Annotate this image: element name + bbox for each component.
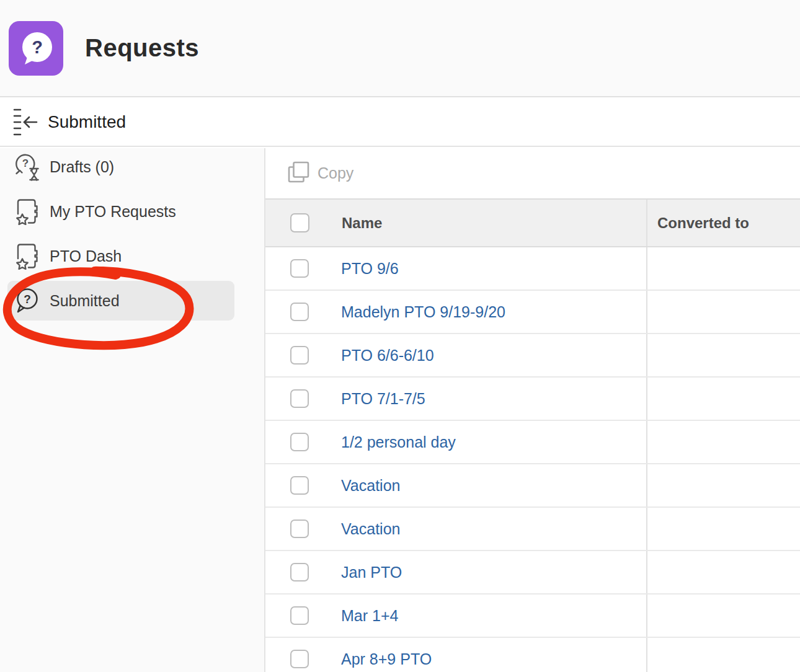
- column-header-converted-to: Converted to: [657, 214, 749, 232]
- table-row: Vacation: [265, 508, 800, 551]
- request-name-link[interactable]: PTO 7/1-7/5: [341, 390, 425, 408]
- sidebar-item-label: My PTO Requests: [50, 203, 176, 221]
- request-name-link[interactable]: Jan PTO: [341, 564, 402, 581]
- request-name-link[interactable]: Madelyn PTO 9/19-9/20: [341, 303, 505, 321]
- table-row: PTO 7/1-7/5: [265, 378, 800, 421]
- request-name-link[interactable]: Apr 8+9 PTO: [341, 650, 432, 668]
- row-checkbox[interactable]: [290, 563, 309, 581]
- table-row: PTO 9/6: [265, 247, 800, 291]
- sidebar-item-label: Submitted: [50, 292, 120, 310]
- row-checkbox[interactable]: [290, 476, 309, 495]
- sidebar-item-label: Drafts (0): [50, 158, 114, 176]
- request-name-link[interactable]: 1/2 personal day: [341, 433, 456, 451]
- sidebar-item-pto-dash[interactable]: PTO Dash: [0, 234, 264, 278]
- svg-text:?: ?: [32, 37, 43, 57]
- page-title: Requests: [85, 34, 199, 62]
- report-icon: [14, 197, 41, 226]
- copy-button[interactable]: Copy: [287, 161, 353, 185]
- row-checkbox[interactable]: [290, 259, 309, 278]
- subheader: Submitted: [0, 99, 800, 147]
- row-checkbox[interactable]: [290, 346, 309, 365]
- collapse-panel-icon[interactable]: [13, 107, 38, 137]
- column-header-name: Name: [342, 214, 382, 232]
- copy-button-label: Copy: [318, 164, 353, 182]
- table-row: Madelyn PTO 9/19-9/20: [265, 291, 800, 334]
- main-content: Copy Name Converted to PTO 9/6Madelyn PT…: [265, 148, 800, 672]
- row-checkbox[interactable]: [290, 433, 309, 451]
- app-root: ? Requests Submitted ?Drafts (0)My PTO R…: [0, 0, 800, 672]
- table-row: Vacation: [265, 464, 800, 508]
- table-row: Mar 1+4: [265, 595, 800, 638]
- table-body: PTO 9/6Madelyn PTO 9/19-9/20PTO 6/6-6/10…: [265, 247, 800, 672]
- row-checkbox[interactable]: [290, 650, 309, 668]
- row-checkbox[interactable]: [290, 606, 309, 625]
- svg-text:?: ?: [22, 157, 29, 169]
- table-row: PTO 6/6-6/10: [265, 334, 800, 378]
- table-row: Jan PTO: [265, 551, 800, 595]
- report-icon: [14, 242, 41, 270]
- request-name-link[interactable]: Vacation: [341, 477, 400, 495]
- table-row: 1/2 personal day: [265, 421, 800, 464]
- app-header: ? Requests: [0, 0, 800, 97]
- sidebar: ?Drafts (0)My PTO RequestsPTO Dash?Submi…: [0, 148, 265, 672]
- copy-icon: [287, 161, 310, 185]
- sidebar-item-submitted[interactable]: ?Submitted: [0, 278, 264, 323]
- sidebar-item-my-pto-requests[interactable]: My PTO Requests: [0, 189, 264, 234]
- request-name-link[interactable]: Vacation: [341, 520, 400, 538]
- row-checkbox[interactable]: [290, 389, 309, 408]
- row-checkbox[interactable]: [290, 303, 309, 321]
- select-all-checkbox[interactable]: [290, 213, 309, 232]
- requests-app-icon: ?: [9, 21, 63, 76]
- subheader-title: Submitted: [48, 112, 126, 132]
- question-bubble-icon: ?: [14, 286, 41, 315]
- sidebar-item-label: PTO Dash: [50, 247, 122, 265]
- svg-text:?: ?: [24, 293, 31, 306]
- table-header: Name Converted to: [265, 198, 800, 247]
- request-name-link[interactable]: Mar 1+4: [341, 607, 398, 625]
- list-toolbar: Copy: [265, 148, 800, 198]
- table-row: Apr 8+9 PTO: [265, 638, 800, 672]
- row-checkbox[interactable]: [290, 519, 309, 538]
- request-name-link[interactable]: PTO 6/6-6/10: [341, 347, 434, 365]
- draft-request-icon: ?: [14, 153, 41, 181]
- sidebar-item-drafts-0[interactable]: ?Drafts (0): [0, 144, 264, 189]
- request-name-link[interactable]: PTO 9/6: [341, 260, 399, 278]
